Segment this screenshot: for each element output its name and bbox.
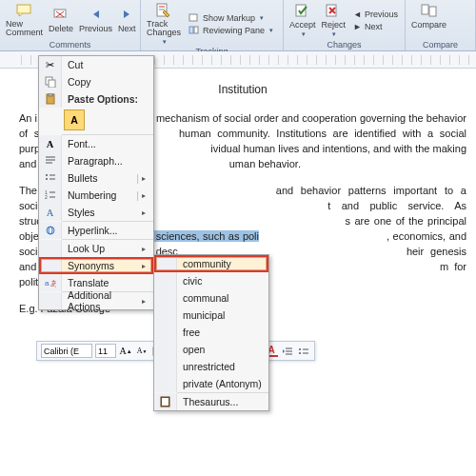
- ctx-styles[interactable]: AStyles▸: [39, 204, 153, 221]
- grow-font-button[interactable]: A▲: [119, 345, 132, 358]
- paragraph-icon: [39, 152, 62, 169]
- svg-point-49: [299, 352, 301, 354]
- shrink-font-button[interactable]: A▼: [135, 345, 149, 358]
- svg-text:2: 2: [45, 194, 48, 200]
- ctx-additional-actions[interactable]: Additional Actions▸: [39, 292, 153, 309]
- reviewing-pane-button[interactable]: Reviewing Pane▾: [187, 25, 275, 36]
- svg-text:あ: あ: [50, 279, 56, 288]
- translate-icon: aあ: [39, 274, 62, 291]
- hyperlink-icon: [39, 222, 62, 239]
- chevron-right-icon: ▸: [142, 191, 148, 200]
- comments-group-label: Comments: [6, 39, 134, 50]
- svg-rect-15: [429, 7, 436, 16]
- track-changes-icon: [155, 2, 172, 19]
- svg-rect-0: [17, 5, 30, 13]
- split-sep: |: [133, 172, 142, 184]
- ctx-paste-options: Paste Options:: [39, 90, 153, 108]
- ctx-cut[interactable]: ✂Cut: [39, 56, 153, 73]
- synonym-item[interactable]: community: [154, 255, 268, 272]
- prev-change-button[interactable]: ◄Previous: [351, 9, 400, 20]
- synonym-item[interactable]: municipal: [154, 307, 268, 324]
- new-comment-label: New Comment: [6, 20, 43, 37]
- cut-icon: ✂: [39, 56, 62, 73]
- thesaurus-item[interactable]: Thesaurus...: [154, 393, 268, 410]
- svg-point-23: [46, 174, 48, 176]
- paste-keep-formatting-button[interactable]: A: [64, 109, 85, 130]
- synonyms-submenu: community civic communal municipal free …: [153, 254, 269, 411]
- ctx-font[interactable]: AFont...: [39, 135, 153, 152]
- ribbon: New Comment Delete Previous Next Comment…: [0, 0, 476, 51]
- svg-text:a: a: [45, 279, 50, 288]
- bullets-icon: [39, 169, 62, 187]
- reject-icon: [325, 2, 342, 19]
- svg-rect-1: [54, 10, 66, 17]
- compare-button[interactable]: Compare: [411, 2, 446, 30]
- next-label: Next: [118, 24, 136, 33]
- svg-rect-17: [49, 80, 55, 88]
- accept-icon: [294, 2, 311, 19]
- svg-rect-8: [189, 27, 193, 33]
- chevron-right-icon: ▸: [142, 208, 148, 217]
- markup-icon: [188, 13, 200, 23]
- synonym-item[interactable]: civic: [154, 272, 268, 289]
- svg-rect-9: [194, 27, 198, 33]
- context-menu: ✂Cut Copy Paste Options: A AFont... Para…: [38, 55, 154, 310]
- prev-change-icon: ◄: [353, 10, 362, 19]
- indent-button[interactable]: [281, 345, 294, 358]
- styles-icon: A: [39, 204, 62, 221]
- synonym-item[interactable]: open: [154, 341, 268, 358]
- svg-point-25: [46, 178, 48, 180]
- compare-group-label: Compare: [411, 39, 469, 50]
- previous-icon: [88, 6, 105, 23]
- svg-point-32: [49, 227, 52, 234]
- delete-label: Delete: [49, 24, 73, 33]
- new-comment-button[interactable]: New Comment: [6, 2, 43, 37]
- next-icon: [118, 6, 135, 23]
- svg-rect-19: [49, 93, 52, 96]
- svg-point-47: [299, 348, 301, 350]
- prev-comment-button[interactable]: Previous: [79, 6, 112, 33]
- next-change-button[interactable]: ►Next: [351, 21, 400, 32]
- bullets-mini-button[interactable]: [297, 345, 310, 358]
- delete-icon: [52, 6, 69, 23]
- synonym-item[interactable]: unrestricted: [154, 358, 268, 375]
- svg-point-31: [47, 227, 54, 234]
- ctx-paragraph[interactable]: Paragraph...: [39, 152, 153, 169]
- delete-comment-button[interactable]: Delete: [49, 6, 73, 33]
- font-name-input[interactable]: [41, 344, 92, 358]
- next-comment-button[interactable]: Next: [118, 6, 136, 33]
- track-changes-button[interactable]: Track Changes▾: [147, 2, 181, 46]
- synonym-item[interactable]: private (Antonym): [154, 375, 268, 392]
- svg-rect-36: [162, 398, 169, 406]
- comment-icon: [16, 2, 33, 19]
- ctx-synonyms[interactable]: Synonyms▸: [39, 257, 153, 274]
- ctx-copy[interactable]: Copy: [39, 73, 153, 90]
- ctx-bullets[interactable]: Bullets|▸: [39, 169, 153, 187]
- prev-label: Previous: [79, 24, 112, 33]
- synonym-item[interactable]: communal: [154, 289, 268, 307]
- chevron-right-icon: ▸: [142, 174, 148, 183]
- thesaurus-icon: [154, 393, 177, 410]
- copy-icon: [39, 73, 62, 90]
- font-icon: A: [39, 135, 62, 152]
- ctx-hyperlink[interactable]: Hyperlink...: [39, 222, 153, 239]
- chevron-right-icon: ▸: [142, 297, 148, 306]
- font-size-input[interactable]: [95, 344, 116, 358]
- svg-rect-14: [422, 5, 428, 14]
- compare-icon: [421, 2, 438, 19]
- changes-group-label: Changes: [289, 39, 399, 50]
- show-markup-button[interactable]: Show Markup▾: [187, 12, 275, 24]
- numbering-icon: 12: [39, 187, 62, 204]
- ctx-lookup[interactable]: Look Up▸: [39, 240, 153, 257]
- chevron-right-icon: ▸: [142, 262, 148, 270]
- chevron-right-icon: ▸: [142, 245, 148, 253]
- paste-icon: [39, 90, 62, 108]
- reject-button[interactable]: Reject▾: [322, 2, 347, 38]
- svg-rect-7: [189, 14, 197, 21]
- synonym-item[interactable]: free: [154, 324, 268, 341]
- track-changes-label: Track Changes: [147, 20, 181, 37]
- next-change-icon: ►: [353, 22, 362, 31]
- pane-icon: [188, 26, 200, 35]
- ctx-numbering[interactable]: 12Numbering|▸: [39, 187, 153, 204]
- accept-button[interactable]: Accept▾: [289, 2, 316, 38]
